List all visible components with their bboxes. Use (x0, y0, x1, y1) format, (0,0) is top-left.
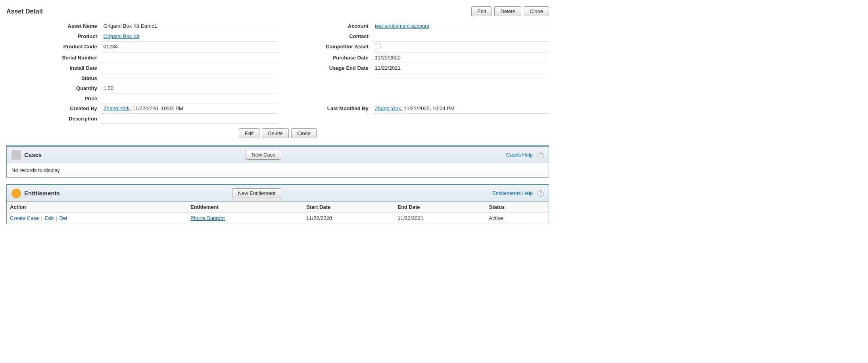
created-by-value: Zhang York, 11/22/2020, 10:04 PM (100, 103, 278, 114)
entitlements-table: Action Entitlement Start Date End Date S… (7, 202, 549, 224)
col-action: Action (7, 202, 187, 213)
product-code-value: 01234 (100, 42, 278, 53)
product-link[interactable]: Origami Box Kit (104, 33, 139, 39)
clone-button-bottom[interactable]: Clone (291, 128, 317, 138)
col-entitlement: Entitlement (187, 202, 303, 213)
last-modified-by-value: Zhang York, 11/22/2020, 10:04 PM (372, 103, 549, 114)
competitor-asset-checkbox[interactable] (375, 44, 380, 49)
entitlement-name-cell: Phone Support (187, 213, 303, 224)
bottom-toolbar: Edit Delete Clone (6, 128, 549, 138)
account-value: test entitlement account (372, 21, 549, 31)
cases-panel: Cases New Case Cases Help ? No records t… (6, 145, 549, 178)
last-modified-by-link[interactable]: Zhang York (375, 105, 401, 111)
table-row: Create Case | Edit | DelPhone Support11/… (7, 213, 549, 224)
entitlements-panel: Entitlements New Entitlement Entitlement… (6, 184, 549, 224)
entitlements-panel-body: Action Entitlement Start Date End Date S… (7, 202, 549, 224)
entitlement-start-date: 11/22/2020 (303, 213, 394, 224)
entitlement-link[interactable]: Phone Support (190, 215, 225, 221)
install-date-label: Install Date (6, 63, 100, 73)
description-value (100, 114, 278, 124)
product-code-label: Product Code (6, 42, 100, 53)
serial-number-value (100, 53, 278, 63)
price-label: Price (6, 94, 100, 103)
created-by-label: Created By (6, 103, 100, 114)
new-entitlement-button[interactable]: New Entitlement (232, 188, 282, 198)
quantity-label: Quantity (6, 83, 100, 94)
competitor-asset-label: Competitor Asset (278, 42, 372, 53)
cases-panel-title: Cases (24, 151, 242, 158)
asset-name-value: Origami Box Kit Demo1 (100, 21, 278, 31)
cases-panel-header: Cases New Case Cases Help ? (7, 147, 549, 163)
edit-button-top[interactable]: Edit (471, 6, 492, 16)
contact-value (372, 31, 549, 42)
entitlements-help-link[interactable]: Entitlements Help (492, 190, 533, 196)
contact-label: Contact (278, 31, 372, 42)
clone-button-top[interactable]: Clone (524, 6, 549, 16)
product-value: Origami Box Kit (100, 31, 278, 42)
action-link-create-case[interactable]: Create Case (10, 215, 39, 221)
cases-panel-body: No records to display (7, 163, 549, 177)
entitlement-status: Active (486, 213, 549, 224)
entitlements-icon (12, 189, 21, 198)
status-value (100, 73, 278, 83)
last-modified-by-label: Last Modified By (278, 103, 372, 114)
entitlement-action-cell: Create Case | Edit | Del (7, 213, 187, 224)
top-toolbar: Edit Delete Clone (471, 6, 549, 16)
description-label: Description (6, 114, 100, 124)
install-date-value (100, 63, 278, 73)
asset-name-label: Asset Name (6, 21, 100, 31)
usage-end-date-label: Usage End Date (278, 63, 372, 73)
quantity-value: 1.00 (100, 83, 278, 94)
entitlements-panel-header: Entitlements New Entitlement Entitlement… (7, 185, 549, 202)
usage-end-date-value: 11/22/2021 (372, 63, 549, 73)
created-by-link[interactable]: Zhang York (104, 105, 130, 111)
col-end-date: End Date (394, 202, 486, 213)
purchase-date-label: Purchase Date (278, 53, 372, 63)
serial-number-label: Serial Number (6, 53, 100, 63)
cases-no-records: No records to display (12, 167, 60, 173)
purchase-date-value: 11/22/2020 (372, 53, 549, 63)
competitor-asset-value (372, 42, 549, 53)
account-link[interactable]: test entitlement account (375, 23, 429, 29)
col-start-date: Start Date (303, 202, 394, 213)
cases-icon (12, 150, 21, 160)
edit-button-bottom[interactable]: Edit (239, 128, 259, 138)
new-case-button[interactable]: New Case (246, 150, 281, 160)
product-label: Product (6, 31, 100, 42)
account-label: Account (278, 21, 372, 31)
delete-button-top[interactable]: Delete (494, 6, 521, 16)
page-title: Asset Detail (6, 8, 43, 15)
entitlements-help-icon[interactable]: ? (538, 190, 544, 197)
price-value (100, 94, 278, 103)
delete-button-bottom[interactable]: Delete (262, 128, 289, 138)
cases-help-link[interactable]: Cases Help (506, 152, 533, 158)
cases-help-icon[interactable]: ? (538, 152, 544, 158)
action-link-del[interactable]: Del (60, 215, 67, 221)
status-label: Status (6, 73, 100, 83)
action-link-edit[interactable]: Edit (45, 215, 54, 221)
asset-detail-table: Asset Name Origami Box Kit Demo1 Account… (6, 21, 549, 124)
col-status: Status (486, 202, 549, 213)
entitlement-end-date: 11/22/2021 (394, 213, 486, 224)
entitlements-panel-title: Entitlements (24, 190, 229, 197)
